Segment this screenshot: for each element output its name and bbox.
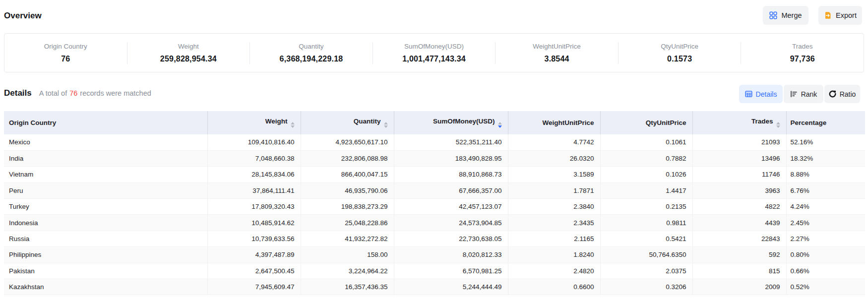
cell-percentage: 0.52% [786, 279, 865, 295]
cell-sum-of-money: 42,457,123.07 [394, 199, 508, 215]
cell-weight-unit-price: 2.4820 [508, 263, 600, 279]
cell-quantity: 25,048,228.86 [301, 215, 394, 231]
table-row: Pakistan2,647,500.453,224,964.226,570,98… [4, 263, 865, 279]
stat-value: 3.8544 [496, 55, 618, 63]
table-row: Vietnam28,145,834.06866,400,047.1588,910… [4, 167, 865, 182]
stat-value: 6,368,194,229.18 [250, 55, 372, 63]
cell-weight-unit-price: 2.3840 [508, 199, 600, 215]
merge-icon [769, 11, 777, 19]
cell-origin-country: Vietnam [4, 167, 207, 182]
column-header-quantity[interactable]: Quantity [301, 111, 394, 134]
records-summary: A total of76records were matched [39, 89, 151, 97]
toolbar: Merge Export [763, 6, 862, 25]
cell-trades: 2009 [692, 279, 786, 295]
stat-value: 259,828,954.34 [127, 55, 250, 63]
records-count: 76 [67, 89, 80, 97]
cell-trades: 21093 [692, 134, 786, 150]
cell-percentage: 2.27% [786, 231, 865, 246]
sort-control-active-desc[interactable] [498, 122, 502, 128]
stat-value: 76 [4, 55, 127, 63]
cell-weight-unit-price: 0.6600 [508, 279, 600, 295]
stat-sum-of-money: SumOfMoney(USD) 1,001,477,143.34 [373, 43, 496, 63]
cell-quantity: 3,224,964.22 [301, 263, 394, 279]
column-header-origin-country: Origin Country [4, 111, 207, 134]
cell-qty-unit-price: 0.5421 [600, 231, 692, 246]
cell-quantity: 866,400,047.15 [301, 167, 394, 182]
stat-weight: Weight 259,828,954.34 [127, 43, 250, 63]
cell-qty-unit-price: 0.7882 [600, 150, 692, 166]
cell-origin-country: Russia [4, 231, 207, 246]
column-header-trades[interactable]: Trades [692, 111, 786, 134]
cell-trades: 815 [692, 263, 786, 279]
caret-up-icon [384, 122, 388, 124]
cell-weight-unit-price: 26.0320 [508, 150, 600, 166]
cell-trades: 4822 [692, 199, 786, 215]
export-icon [824, 11, 832, 19]
cell-sum-of-money: 6,570,981.25 [394, 263, 508, 279]
tab-rank[interactable]: Rank [784, 85, 823, 103]
cell-weight: 10,739,633.56 [207, 231, 301, 246]
cell-sum-of-money: 5,244,444.49 [394, 279, 508, 295]
merge-button-label: Merge [781, 11, 802, 19]
cell-trades: 13496 [692, 150, 786, 166]
cell-weight-unit-price: 4.7742 [508, 134, 600, 150]
cell-weight-unit-price: 1.8240 [508, 247, 600, 263]
cell-qty-unit-price: 0.9811 [600, 215, 692, 231]
cell-origin-country: Philippines [4, 247, 207, 263]
rank-bars-icon [790, 90, 798, 98]
table-row: Peru37,864,111.4146,935,790.0667,666,357… [4, 182, 865, 198]
cell-weight: 109,410,816.40 [207, 134, 301, 150]
caret-down-icon [384, 125, 388, 128]
cell-percentage: 6.76% [786, 182, 865, 198]
cell-percentage: 8.88% [786, 167, 865, 182]
cell-quantity: 16,357,436.35 [301, 279, 394, 295]
cell-percentage: 18.32% [786, 150, 865, 166]
sort-control[interactable] [384, 122, 388, 128]
cell-weight: 7,945,609.47 [207, 279, 301, 295]
stat-origin-country: Origin Country 76 [4, 43, 127, 63]
cell-origin-country: Turkey [4, 199, 207, 215]
cell-weight: 28,145,834.06 [207, 167, 301, 182]
table-row: Philippines4,397,487.89158.008,020,812.3… [4, 247, 865, 263]
cell-origin-country: Pakistan [4, 263, 207, 279]
cell-trades: 592 [692, 247, 786, 263]
table-header-row: Origin Country Weight Quantity SumOfMone… [4, 111, 865, 134]
cell-qty-unit-price: 0.1061 [600, 134, 692, 150]
tab-ratio[interactable]: Ratio [824, 85, 860, 103]
stat-label: WeightUnitPrice [496, 43, 618, 50]
cell-origin-country: Mexico [4, 134, 207, 150]
sort-control[interactable] [776, 122, 780, 128]
tab-details[interactable]: Details [739, 85, 783, 103]
cell-weight-unit-price: 2.1165 [508, 231, 600, 246]
table-row: Turkey17,809,320.43198,838,273.2942,457,… [4, 199, 865, 215]
cell-weight: 7,048,660.38 [207, 150, 301, 166]
stat-label: SumOfMoney(USD) [373, 43, 496, 50]
tab-details-label: Details [756, 90, 777, 98]
cell-quantity: 232,806,088.98 [301, 150, 394, 166]
export-button[interactable]: Export [818, 6, 862, 25]
details-title: Details [4, 88, 32, 98]
cell-sum-of-money: 183,490,828.95 [394, 150, 508, 166]
caret-up-icon [291, 122, 295, 124]
column-header-percentage: Percentage [786, 111, 865, 134]
stat-label: Trades [741, 43, 864, 50]
sort-control[interactable] [291, 122, 295, 128]
pie-ratio-icon [829, 90, 836, 98]
cell-percentage: 0.66% [786, 263, 865, 279]
cell-trades: 4439 [692, 215, 786, 231]
cell-weight-unit-price: 3.1589 [508, 167, 600, 182]
cell-quantity: 198,838,273.29 [301, 199, 394, 215]
cell-quantity: 158.00 [301, 247, 394, 263]
cell-sum-of-money: 8,020,812.33 [394, 247, 508, 263]
stat-label: QtyUnitPrice [619, 43, 741, 50]
column-header-sum-of-money[interactable]: SumOfMoney(USD) [394, 111, 508, 134]
cell-sum-of-money: 24,573,904.85 [394, 215, 508, 231]
cell-qty-unit-price: 50,764.6350 [600, 247, 692, 263]
column-header-qty-unit-price: QtyUnitPrice [600, 111, 692, 134]
cell-weight: 37,864,111.41 [207, 182, 301, 198]
caret-down-icon [498, 125, 502, 128]
column-header-weight-unit-price: WeightUnitPrice [508, 111, 600, 134]
merge-button[interactable]: Merge [763, 6, 808, 25]
column-header-weight[interactable]: Weight [207, 111, 301, 134]
cell-quantity: 41,932,272.82 [301, 231, 394, 246]
